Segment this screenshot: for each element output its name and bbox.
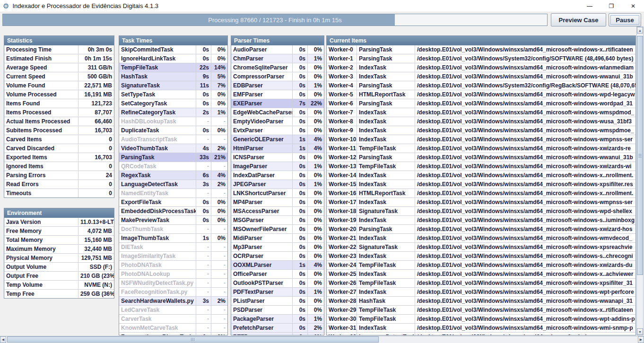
worker-name: Worker-25 — [327, 270, 357, 278]
table-row: PhotoDNATask-- — [119, 261, 227, 270]
task-time: 0s — [293, 234, 308, 242]
table-row: Worker-17IndexTask/desktop.E01/vol_vol3/… — [327, 198, 635, 207]
stat-value: 16,703 — [78, 153, 114, 162]
task-time: 0s — [196, 207, 211, 215]
table-row: Ignored Items0 — [4, 162, 114, 171]
task-time: 7s — [293, 99, 308, 108]
worker-task: HashTask — [357, 297, 415, 305]
task-times-header: Task Times — [119, 36, 227, 45]
worker-item-path: /desktop.E01/vol_vol3/Windows/winsxs/amd… — [415, 333, 635, 335]
title-bar: ⚙ Indexador e Processador de Evidências … — [0, 0, 644, 12]
worker-item-path: /desktop.E01/vol_vol3/Windows/winsxs/amd… — [415, 261, 635, 269]
table-row: Total Memory15,160 MB — [4, 236, 114, 245]
task-percent: 0% — [308, 63, 324, 72]
task-name: IndexDatParser — [231, 171, 293, 180]
scroll-down-icon[interactable]: ▼ — [637, 328, 643, 335]
table-row: ParsingTask33s21% — [119, 153, 227, 162]
table-row: Worker-11TempFileTask/desktop.E01/vol_vo… — [327, 144, 635, 153]
worker-name: Worker-31 — [327, 324, 357, 332]
task-percent: - — [211, 252, 227, 260]
task-time: 0s — [293, 117, 308, 126]
task-time: 0s — [293, 306, 308, 314]
table-row: FaceRecognitionTask.py-- — [119, 288, 227, 297]
task-percent: 0% — [211, 45, 227, 54]
scroll-right-icon[interactable]: ▶ — [638, 336, 644, 343]
worker-task: IndexTask — [357, 234, 415, 242]
task-name: OCRParser — [231, 252, 293, 260]
table-row: Volume Processed16,191 MB — [4, 90, 114, 99]
task-time: 0s — [293, 81, 308, 90]
scroll-left-icon[interactable]: ◀ — [0, 336, 6, 343]
task-percent: 1% — [308, 54, 324, 63]
close-button[interactable]: ✕ — [622, 0, 644, 12]
table-row: MakePreviewTask0s0% — [119, 216, 227, 225]
worker-item-path: /desktop.E01/vol_vol3/Windows/winsxs/amd… — [415, 126, 635, 135]
task-time: 0s — [293, 108, 308, 117]
task-time: 0s — [293, 72, 308, 81]
worker-item-path: /desktop.E01/vol_vol3/Windows/winsxs/amd… — [415, 225, 635, 233]
table-row: Subitems Processed16,703 — [4, 126, 114, 135]
task-name: MakePreviewTask — [119, 216, 196, 224]
worker-task: IndexTask — [357, 63, 415, 72]
table-row: MP4Parser0s0% — [231, 198, 324, 207]
worker-name: Worker-14 — [327, 171, 357, 180]
worker-task: IndexTask — [357, 72, 415, 81]
table-row: EDBParser0s1% — [231, 81, 324, 90]
scroll-up-icon[interactable]: ▲ — [637, 27, 643, 34]
worker-name: Worker-20 — [327, 225, 357, 233]
task-percent: 0% — [308, 171, 324, 180]
table-row: ImageParser0s1% — [231, 162, 324, 171]
pause-button[interactable]: Pause — [609, 13, 641, 26]
vertical-scrollbar-thumb[interactable] — [637, 36, 643, 275]
task-name: MSOwnerFileParser — [231, 225, 293, 233]
worker-item-path: /desktop.E01/vol_vol3/Windows/winsxs/amd… — [415, 162, 635, 171]
worker-item-path: /desktop.E01/vol_vol3/Windows/winsxs/amd… — [415, 198, 635, 206]
worker-item-path: /desktop.E01/vol_vol3/Windows/winsxs/amd… — [415, 297, 635, 305]
task-time: 0s — [293, 243, 308, 251]
table-row: MSAccessParser0s0% — [231, 207, 324, 216]
table-row: FragmentLargeBinaryTask0s0% — [119, 333, 227, 335]
table-row: PrefetchParser0s2% — [231, 324, 324, 333]
task-percent: 4% — [308, 144, 324, 153]
worker-name: Worker-32 — [327, 333, 357, 335]
table-row: Volume Found22,571 MB — [4, 81, 114, 90]
worker-name: Worker-28 — [327, 297, 357, 305]
worker-item-path: /desktop.E01/vol_vol3/Windows/winsxs/amd… — [415, 306, 635, 314]
stat-value: 66,460 — [78, 117, 114, 126]
table-row: Worker-1ParsingTask/desktop.E01/vol_vol3… — [327, 54, 635, 63]
maximize-button[interactable]: ❐ — [600, 0, 622, 12]
preview-case-button[interactable]: Preview Case — [551, 13, 606, 26]
minimize-button[interactable]: — — [579, 0, 600, 12]
stat-label: Total Memory — [4, 236, 78, 244]
task-name: DIETask — [119, 243, 196, 251]
table-row: IndexDatParser0s0% — [231, 171, 324, 180]
task-name: ImageSimilarityTask — [119, 252, 196, 260]
task-time: 1s — [293, 135, 308, 144]
table-row: PhotoDNALookup-- — [119, 270, 227, 279]
task-name: EvtxParser — [231, 126, 293, 135]
worker-task: ParsingTask — [357, 153, 415, 162]
table-row: Worker-24TempFileTask/desktop.E01/vol_vo… — [327, 261, 635, 270]
task-percent: 14% — [211, 63, 227, 72]
task-time: 0s — [293, 180, 308, 189]
worker-item-path: /desktop.E01/vol_vol3/Windows/winsxs/amd… — [415, 99, 635, 108]
task-time: 0s — [196, 198, 211, 206]
task-name: LNKShortcutParser — [231, 189, 293, 197]
worker-name: Worker-17 — [327, 198, 357, 206]
worker-task: HTMLReportTask — [357, 90, 415, 99]
table-row: SetTypeTask0s0% — [119, 90, 227, 99]
worker-item-path: /desktop.E01/vol_vol3/Windows/winsxs/amd… — [415, 45, 635, 54]
horizontal-scrollbar-thumb[interactable] — [7, 336, 379, 343]
task-percent: - — [211, 261, 227, 269]
stat-label: Free Memory — [4, 227, 78, 235]
task-time: 0s — [293, 333, 308, 335]
stat-label: Processing Time — [4, 45, 78, 54]
task-time: 0s — [293, 90, 308, 99]
task-time: - — [196, 117, 211, 126]
table-row: Worker-13TempFileTask/desktop.E01/vol_vo… — [327, 162, 635, 171]
task-percent: - — [211, 117, 227, 126]
horizontal-scrollbar[interactable]: ◀ ▶ — [0, 336, 644, 343]
task-name: PhotoDNALookup — [119, 270, 196, 278]
task-name: OutlookPSTParser — [231, 279, 293, 287]
vertical-scrollbar[interactable]: ▲ ▼ — [636, 26, 644, 335]
